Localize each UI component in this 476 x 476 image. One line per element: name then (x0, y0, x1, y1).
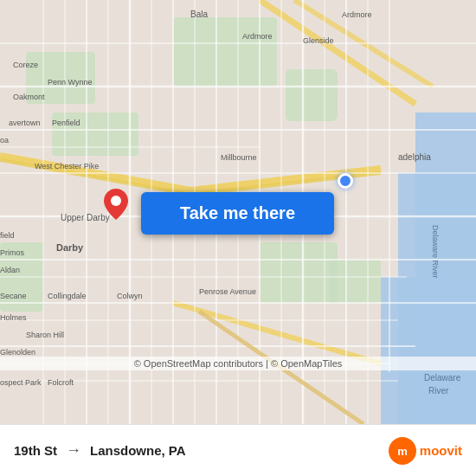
svg-rect-4 (286, 69, 338, 121)
moovit-icon: m (389, 437, 416, 465)
svg-text:Penfield: Penfield (52, 119, 80, 127)
svg-text:oa: oa (0, 136, 9, 145)
svg-text:Millbourne: Millbourne (221, 153, 257, 162)
svg-rect-6 (329, 260, 381, 303)
map-container: Coreze Oakmont Penn Wynne avertown Penfi… (0, 0, 476, 424)
svg-point-79 (111, 196, 121, 206)
svg-text:Ardmore: Ardmore (242, 32, 273, 41)
svg-rect-5 (260, 242, 338, 303)
svg-rect-10 (381, 277, 476, 424)
svg-text:Delaware: Delaware (424, 373, 461, 383)
svg-text:Penn Wynne: Penn Wynne (48, 78, 92, 87)
svg-text:Upper Darby: Upper Darby (61, 213, 110, 222)
footer: 19th St → Lansdowne, PA m moovit (0, 424, 476, 476)
svg-text:Ardmore: Ardmore (342, 10, 372, 19)
destination-label: Lansdowne, PA (90, 443, 186, 458)
svg-text:m: m (397, 445, 408, 458)
direction-arrow: → (66, 441, 81, 460)
location-pin (104, 189, 128, 220)
svg-text:field: field (0, 231, 15, 240)
svg-rect-3 (173, 17, 277, 87)
svg-text:Collingdale: Collingdale (48, 292, 87, 300)
svg-text:Holmes: Holmes (0, 313, 27, 322)
svg-text:Oakmont: Oakmont (13, 93, 45, 101)
blue-dot-location (338, 173, 353, 189)
svg-text:avertown: avertown (9, 119, 41, 127)
svg-text:Colwyn: Colwyn (117, 292, 143, 300)
svg-text:Sharon Hill: Sharon Hill (26, 331, 64, 339)
moovit-logo: m moovit (389, 437, 462, 465)
svg-text:Coreze: Coreze (13, 61, 38, 69)
origin-label: 19th St (14, 443, 57, 458)
moovit-text: moovit (420, 443, 462, 458)
svg-text:Secane: Secane (0, 292, 27, 300)
svg-text:Aldan: Aldan (0, 266, 20, 274)
svg-text:Delaware River: Delaware River (431, 225, 440, 279)
svg-text:ospect Park: ospect Park (0, 378, 42, 387)
map-attribution: © OpenStreetMap contributors | © OpenMap… (0, 357, 476, 370)
svg-text:adelphia: adelphia (398, 152, 431, 162)
svg-text:Darby: Darby (56, 242, 84, 253)
svg-text:West Chester Pike: West Chester Pike (35, 162, 99, 170)
take-me-there-button[interactable]: Take me there (141, 192, 334, 235)
svg-text:Penrose Avenue: Penrose Avenue (199, 287, 256, 296)
svg-text:Glenside: Glenside (303, 36, 334, 45)
svg-text:Primos: Primos (0, 248, 25, 257)
svg-text:Glenolden: Glenolden (0, 348, 35, 357)
svg-text:Bala: Bala (190, 10, 208, 19)
svg-text:Folcroft: Folcroft (48, 378, 74, 387)
svg-text:River: River (428, 386, 449, 396)
